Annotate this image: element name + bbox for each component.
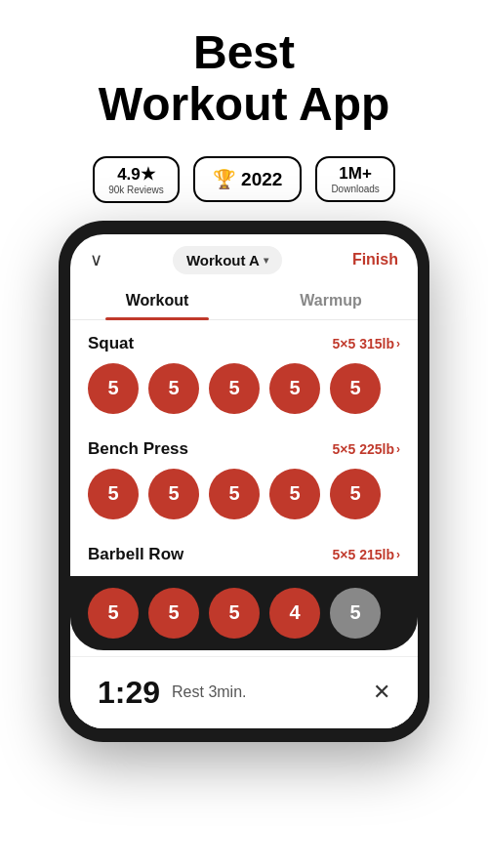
header-section: Best Workout App xyxy=(0,0,488,148)
barbell-name: Barbell Row xyxy=(88,545,183,564)
badges-row: 4.9★ 90k Reviews 🏆 2022 1M+ Downloads xyxy=(0,148,488,221)
award-value: 🏆 2022 xyxy=(213,168,283,190)
finish-button[interactable]: Finish xyxy=(352,251,398,269)
exercise-bench: Bench Press 5×5 225lb › 5 5 5 5 5 xyxy=(70,430,418,535)
timer-label: Rest 3min. xyxy=(172,683,246,701)
rating-sub: 90k Reviews xyxy=(108,185,164,195)
rating-badge: 4.9★ 90k Reviews xyxy=(93,156,180,203)
squat-rep-3[interactable]: 5 xyxy=(209,363,260,414)
app-title: Best Workout App xyxy=(20,27,468,131)
phone-mockup: ∨ Workout A ▾ Finish Workout Warmup xyxy=(0,221,488,742)
bar-rep-4[interactable]: 4 xyxy=(269,588,320,639)
squat-rep-2[interactable]: 5 xyxy=(148,363,199,414)
barbell-chevron-icon: › xyxy=(396,548,400,561)
downloads-value: 1M+ xyxy=(339,164,372,184)
bar-rep-3[interactable]: 5 xyxy=(209,588,260,639)
bench-rep-3[interactable]: 5 xyxy=(209,469,260,519)
bench-rep-2[interactable]: 5 xyxy=(148,469,199,519)
bench-header: Bench Press 5×5 225lb › xyxy=(88,439,400,459)
squat-header: Squat 5×5 315lb › xyxy=(88,334,400,353)
squat-rep-4[interactable]: 5 xyxy=(269,363,320,414)
rating-value: 4.9★ xyxy=(117,164,155,185)
workout-selector[interactable]: Workout A ▾ xyxy=(173,246,282,274)
bench-rep-1[interactable]: 5 xyxy=(88,469,139,519)
bench-sets[interactable]: 5×5 225lb › xyxy=(333,441,400,457)
bar-rep-1[interactable]: 5 xyxy=(88,588,139,639)
award-badge: 🏆 2022 xyxy=(193,156,303,202)
close-icon[interactable]: ✕ xyxy=(373,680,390,705)
squat-reps-row: 5 5 5 5 5 xyxy=(88,361,400,426)
squat-chevron-icon: › xyxy=(396,337,400,351)
downloads-badge: 1M+ Downloads xyxy=(315,156,394,202)
selector-arrow-icon: ▾ xyxy=(264,255,268,266)
tab-workout[interactable]: Workout xyxy=(70,282,244,319)
squat-name: Squat xyxy=(88,334,134,353)
phone-topbar: ∨ Workout A ▾ Finish xyxy=(70,234,418,282)
bench-name: Bench Press xyxy=(88,439,188,459)
black-bar: 5 5 5 4 5 xyxy=(70,576,418,650)
bench-rep-4[interactable]: 5 xyxy=(269,469,320,519)
bar-rep-2[interactable]: 5 xyxy=(148,588,199,639)
timer-left: 1:29 Rest 3min. xyxy=(98,675,247,711)
exercise-squat: Squat 5×5 315lb › 5 5 5 5 5 xyxy=(70,324,418,430)
squat-rep-5[interactable]: 5 xyxy=(330,363,381,414)
barbell-header: Barbell Row 5×5 215lb › xyxy=(88,545,400,564)
downloads-sub: Downloads xyxy=(331,184,379,194)
bar-rep-5-grey[interactable]: 5 xyxy=(330,588,381,639)
tabs-bar: Workout Warmup xyxy=(70,282,418,320)
tab-warmup[interactable]: Warmup xyxy=(244,282,418,319)
rest-timer: 1:29 Rest 3min. ✕ xyxy=(70,656,418,728)
phone-frame: ∨ Workout A ▾ Finish Workout Warmup xyxy=(59,221,429,742)
phone-screen: ∨ Workout A ▾ Finish Workout Warmup xyxy=(70,234,418,728)
bench-reps-row: 5 5 5 5 5 xyxy=(88,467,400,531)
timer-time: 1:29 xyxy=(98,675,160,711)
exercise-barbell-row: Barbell Row 5×5 215lb › xyxy=(70,535,418,576)
chevron-down-icon[interactable]: ∨ xyxy=(90,249,102,270)
squat-sets[interactable]: 5×5 315lb › xyxy=(333,336,400,351)
bench-rep-5[interactable]: 5 xyxy=(330,469,381,519)
barbell-sets[interactable]: 5×5 215lb › xyxy=(333,547,400,562)
squat-rep-1[interactable]: 5 xyxy=(88,363,139,414)
bench-chevron-icon: › xyxy=(396,442,400,456)
